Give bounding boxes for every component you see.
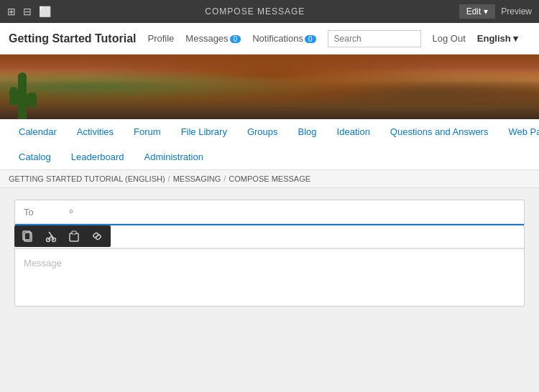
menu-item-catalog[interactable]: Catalog (9, 144, 61, 169)
sliders-icon[interactable]: ⊟ (23, 6, 32, 17)
search-input[interactable] (328, 30, 421, 47)
menu-item-file-library[interactable]: File Library (171, 119, 237, 144)
nav-bar: Getting Started Tutorial Profile Message… (0, 23, 539, 55)
profile-link[interactable]: Profile (147, 33, 174, 44)
subject-input[interactable] (67, 231, 515, 242)
menu-item-blog[interactable]: Blog (288, 119, 327, 144)
messages-badge: 0 (230, 35, 241, 43)
admin-bar-title: COMPOSE MESSAGE (205, 6, 305, 17)
svg-rect-7 (70, 233, 78, 241)
grid-icon[interactable]: ⊞ (7, 6, 16, 17)
notifications-badge: 0 (305, 35, 316, 43)
breadcrumb-compose: COMPOSE MESSAGE (229, 174, 310, 183)
to-input-wrapper: ⚬ (67, 206, 515, 218)
site-title: Getting Started Tutorial (9, 32, 136, 45)
breadcrumb: GETTING STARTED TUTORIAL (ENGLISH) / MES… (0, 170, 539, 188)
breadcrumb-sep-1: / (168, 174, 170, 183)
cut-button[interactable] (42, 228, 60, 244)
compose-form: To ⚬ Subject Message (14, 200, 525, 307)
menu-item-questions-answers[interactable]: Questions and Answers (380, 119, 499, 144)
menu-item-leaderboard[interactable]: Leaderboard (61, 144, 134, 169)
breadcrumb-messaging[interactable]: MESSAGING (173, 174, 221, 183)
monitor-icon[interactable]: ⬜ (39, 6, 51, 17)
menu-item-forum[interactable]: Forum (124, 119, 171, 144)
preview-button[interactable]: Preview (501, 6, 532, 17)
svg-rect-8 (72, 231, 76, 234)
message-row: Message (15, 248, 524, 306)
menu-row-1: Calendar Activities Forum File Library G… (9, 119, 530, 144)
edit-button[interactable]: Edit ▾ (459, 4, 496, 19)
admin-bar-left: ⊞ ⊟ ⬜ (7, 6, 51, 17)
hero-image (0, 55, 539, 119)
logout-link[interactable]: Log Out (433, 33, 466, 44)
to-search-icon: ⚬ (67, 206, 75, 218)
breadcrumb-home[interactable]: GETTING STARTED TUTORIAL (ENGLISH) (9, 174, 165, 183)
chevron-down-icon: ▾ (484, 6, 488, 17)
copy-button[interactable] (19, 228, 37, 244)
admin-bar-right: Edit ▾ Preview (459, 4, 532, 19)
menu-bar: Calendar Activities Forum File Library G… (0, 119, 539, 170)
to-input[interactable] (81, 207, 515, 218)
menu-item-ideation[interactable]: Ideation (327, 119, 380, 144)
notifications-link[interactable]: Notifications0 (252, 33, 315, 44)
breadcrumb-sep-2: / (224, 174, 226, 183)
menu-row-2: Catalog Leaderboard Administration (9, 144, 530, 169)
message-placeholder: Message (24, 258, 62, 269)
menu-item-calendar[interactable]: Calendar (9, 119, 67, 144)
messages-link[interactable]: Messages0 (185, 33, 241, 44)
paste-button[interactable] (65, 228, 83, 244)
menu-item-administration[interactable]: Administration (134, 144, 213, 169)
link-button[interactable] (88, 228, 106, 244)
main-content: To ⚬ Subject Message (0, 188, 539, 318)
menu-item-groups[interactable]: Groups (237, 119, 288, 144)
floating-toolbar (14, 225, 111, 247)
to-label: To (24, 207, 67, 218)
menu-item-activities[interactable]: Activities (67, 119, 124, 144)
hero-overlay (0, 55, 539, 119)
language-selector[interactable]: English ▾ (477, 33, 519, 44)
admin-bar: ⊞ ⊟ ⬜ COMPOSE MESSAGE Edit ▾ Preview (0, 0, 539, 23)
to-row: To ⚬ (15, 200, 524, 224)
cactus-decoration (18, 73, 27, 119)
menu-item-web-page[interactable]: Web Page (498, 119, 539, 144)
